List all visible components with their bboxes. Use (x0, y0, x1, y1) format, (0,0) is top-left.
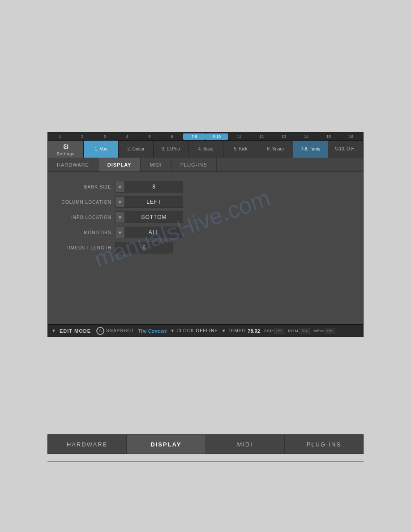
settings-label: Settings (56, 151, 75, 156)
ch-tab-elpno[interactable]: 3. El.Pno (154, 141, 188, 158)
timeout-label: TIMEOUT LENGTH (52, 245, 115, 250)
ch-num-11[interactable]: 11 (228, 133, 250, 140)
ch-tab-snare[interactable]: 6. Snare (258, 141, 293, 158)
ch-num-12[interactable]: 12 (250, 133, 273, 140)
snapshot-icon[interactable]: S (96, 327, 104, 335)
timeout-value[interactable]: 6 (115, 242, 173, 253)
pgm-section: PGM 0% (288, 328, 310, 334)
ch-tab-kick[interactable]: 5. Kick (223, 141, 258, 158)
column-location-dropdown[interactable]: ▼ (115, 196, 125, 208)
info-location-value[interactable]: BOTTOM (125, 211, 183, 223)
status-bar: ▼ EDIT MODE S SNAPSHOT The Concert ▼ CLO… (48, 324, 363, 337)
info-location-dropdown[interactable]: ▼ (115, 211, 125, 223)
bottom-tab-midi[interactable]: MIDI (206, 435, 285, 454)
info-location-row: INFO LOCATION ▼ BOTTOM (52, 211, 359, 223)
clock-value: OFFLINE (196, 328, 218, 333)
monitors-dropdown[interactable]: ▼ (115, 227, 125, 238)
info-location-control: ▼ BOTTOM (115, 211, 183, 223)
mem-value: 0% (325, 328, 335, 334)
mem-section: MEM 0% (313, 328, 335, 334)
bank-size-label: BANK SIZE (52, 184, 115, 189)
column-location-label: COLUMN LOCATION (52, 200, 115, 205)
ch-num-5[interactable]: 5 (138, 133, 161, 140)
ch-tab-guitar[interactable]: 2. Guitar (119, 141, 154, 158)
ch-tab-vox[interactable]: 1. Vox (84, 141, 119, 158)
pgm-value: 0% (300, 328, 310, 334)
column-location-control: ▼ LEFT (115, 196, 183, 208)
settings-button[interactable]: ⚙ Settings (48, 141, 84, 158)
tempo-value: 78.02 (248, 328, 260, 334)
monitors-value[interactable]: ALL (125, 227, 183, 238)
separator-line (47, 461, 364, 462)
timeout-row: TIMEOUT LENGTH 6 (52, 242, 359, 253)
tab-display[interactable]: DISPLAY (98, 158, 141, 172)
bottom-tab-display[interactable]: DISPLAY (127, 435, 206, 454)
monitors-label: MONITORS (52, 230, 115, 235)
dsp-section: DSP 0% (264, 328, 285, 334)
bottom-tabs-section: HARDWARE DISPLAY MIDI PLUG-INS (47, 434, 364, 454)
app-window: 1 2 3 4 5 6 7-8 9-10 11 12 13 14 15 16 ⚙… (47, 132, 364, 337)
channel-numbers-bar: 1 2 3 4 5 6 7-8 9-10 11 12 13 14 15 16 (48, 133, 363, 141)
info-location-label: INFO LOCATION (52, 215, 115, 220)
ch-num-6[interactable]: 6 (161, 133, 183, 140)
bank-size-dropdown[interactable]: ▼ (115, 181, 125, 193)
ch-num-9-10[interactable]: 9-10 (206, 133, 228, 140)
settings-tabs-row: HARDWARE DISPLAY MIDI PLUG-INS (48, 158, 363, 172)
ch-num-1[interactable]: 1 (49, 133, 71, 140)
main-content: BANK SIZE ▼ 8 COLUMN LOCATION ▼ LEFT INF… (48, 172, 363, 324)
header-row: ⚙ Settings 1. Vox 2. Guitar 3. El.Pno 4.… (48, 141, 363, 158)
timeout-control: 6 (115, 242, 173, 253)
bottom-tab-plugins[interactable]: PLUG-INS (285, 435, 363, 454)
ch-num-4[interactable]: 4 (116, 133, 138, 140)
tab-hardware[interactable]: HARDWARE (48, 158, 98, 172)
pgm-label: PGM (288, 329, 299, 333)
ch-num-14[interactable]: 14 (295, 133, 317, 140)
ch-num-13[interactable]: 13 (273, 133, 295, 140)
snapshot-label: SNAPSHOT (106, 328, 134, 333)
monitors-control: ▼ ALL (115, 227, 183, 238)
clock-section: ▼ CLOCK OFFLINE (170, 328, 218, 333)
status-arrow[interactable]: ▼ (51, 328, 56, 333)
ch-tab-oh[interactable]: 9-10. O.H. (328, 141, 363, 158)
ch-num-2[interactable]: 2 (71, 133, 94, 140)
ch-num-7-8[interactable]: 7-8 (183, 133, 206, 140)
snapshot-section: S SNAPSHOT (96, 327, 134, 335)
channel-tabs: 1. Vox 2. Guitar 3. El.Pno 4. Bass 5. Ki… (84, 141, 363, 158)
monitors-row: MONITORS ▼ ALL (52, 227, 359, 238)
tempo-section: ▼ TEMPO 78.02 (222, 328, 260, 334)
clock-arrow[interactable]: ▼ (170, 328, 175, 333)
bank-size-control: ▼ 8 (115, 181, 183, 193)
mem-label: MEM (313, 329, 324, 333)
gear-icon: ⚙ (63, 142, 69, 151)
bank-size-row: BANK SIZE ▼ 8 (52, 181, 359, 193)
ch-num-3[interactable]: 3 (94, 133, 116, 140)
edit-mode-label: EDIT MODE (60, 328, 91, 334)
ch-num-15[interactable]: 15 (317, 133, 340, 140)
tab-midi[interactable]: MIDI (141, 158, 171, 172)
bottom-tab-hardware[interactable]: HARDWARE (48, 435, 127, 454)
bank-size-value[interactable]: 8 (125, 181, 183, 193)
column-location-value[interactable]: LEFT (125, 196, 183, 208)
concert-name: The Concert (138, 328, 167, 334)
clock-label: CLOCK (176, 328, 194, 333)
tempo-arrow[interactable]: ▼ (222, 328, 226, 333)
dsp-value: 0% (274, 328, 284, 334)
dsp-label: DSP (264, 329, 274, 333)
ch-num-16[interactable]: 16 (340, 133, 362, 140)
tab-plugins[interactable]: PLUG-INS (171, 158, 217, 172)
ch-tab-toms[interactable]: 7-8. Toms (293, 141, 328, 158)
bottom-tabs-row: HARDWARE DISPLAY MIDI PLUG-INS (47, 434, 364, 454)
column-location-row: COLUMN LOCATION ▼ LEFT (52, 196, 359, 208)
ch-tab-bass[interactable]: 4. Bass (188, 141, 223, 158)
tempo-label: TEMPO (228, 328, 246, 333)
